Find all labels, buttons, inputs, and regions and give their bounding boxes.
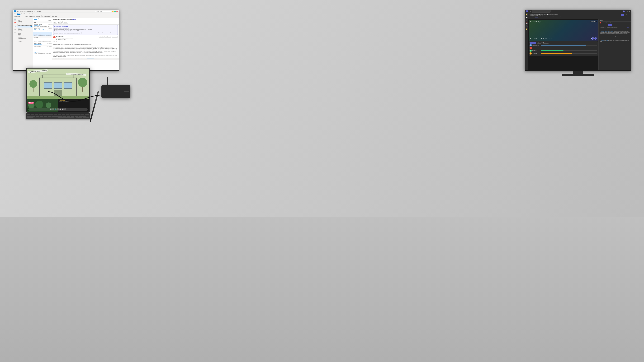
email-time: Wed 4:01 PM [47,38,52,39]
nav-people-icon[interactable]: 👤 [14,25,16,27]
tab-at-notes[interactable]: @ Notes [603,24,608,26]
tablet-lower-label: Communal [58,99,88,101]
delete-button[interactable]: 🗑 [21,16,23,17]
share-to-teams-button[interactable]: ⊞ Share to Teams [42,16,50,17]
email-item[interactable]: Joseph Pathrose Wed 4:01 PM RE: Question… [33,38,52,42]
folder-junk[interactable]: Junk Email [17,31,32,33]
tab-transcript[interactable]: Transcript [617,24,622,26]
svg-rect-7 [64,82,72,88]
ribbon-tab-view[interactable]: View [28,13,32,14]
unread-read-button[interactable]: Unread Read [51,15,58,17]
new-email-button[interactable]: ✉ New Email [14,16,20,17]
ribbon-tab-file[interactable]: File [14,13,16,14]
tab-notes[interactable]: Notes [599,24,602,26]
svg-rect-37 [32,116,36,117]
email-item-selected[interactable]: Sasmita Lenka 10:33 AM RE: Original Repo… [33,32,52,36]
close-teams-button[interactable]: ✕ [629,11,630,12]
topics-tab[interactable]: # Topics [537,42,542,44]
nav-teams-icon[interactable]: ⊞ [14,31,16,34]
join-button[interactable]: Join [621,14,624,16]
email-header: Sustainable Upgrade: Rooftop Copilot Gen… [52,18,119,25]
taskbar-icon-calendar[interactable]: 📅 [60,108,61,110]
tab-recordings[interactable]: Recordings & Transcriptions [548,16,559,18]
sidebar-calls-icon[interactable]: 📞 [526,25,528,27]
ribbon-tab-help[interactable]: Help [32,13,35,14]
folder-sent-fav[interactable]: Sent Items [17,21,32,22]
nav-tasks-icon[interactable]: ☑ [14,28,16,31]
reply-all-button[interactable]: ↩↩ Reply All [29,16,35,17]
tab-mentions[interactable]: Mentions [612,24,617,26]
taskbar-icon-teams[interactable]: T [64,108,66,110]
email-item[interactable]: Arthur Levesque Wed 3:03 PM Budget updat… [33,46,52,50]
msg-forward-btn[interactable]: ↪ Forward [112,36,118,38]
folder-drafts[interactable]: Drafts [17,27,32,29]
minimize-button[interactable] [112,11,114,12]
tab-recap[interactable]: Recap [535,16,538,18]
folder-inbox-fav[interactable]: Inbox [17,20,32,21]
email-item[interactable]: Joseph Pathrose Wed 3:01 PM RE: Last yea… [33,42,52,46]
reply-all-action-button[interactable]: Reply All [58,22,63,23]
teams-search-bar[interactable]: Sustainable Upgrade: Rooftop Internal Re… [532,10,551,13]
tab-qa[interactable]: Q&A [560,16,562,18]
folder-deleted-fav[interactable]: Deleted Items [17,22,32,23]
minimize-teams-button[interactable]: — [626,11,627,12]
folder-inbox[interactable]: Inbox2 [17,26,32,27]
back-button[interactable]: ‹ [528,11,530,12]
reply-action-button[interactable]: Reply [53,22,57,23]
tab-ai-notes[interactable]: AI Notes [608,24,612,26]
sidebar-chat-icon[interactable]: 💬 [526,16,528,18]
maximize-teams-button[interactable]: □ [628,11,628,12]
nav-mail-icon[interactable]: ✉ [14,18,16,21]
tab-chat[interactable]: Chat [530,16,532,18]
close-button[interactable] [116,11,118,12]
reply-button[interactable]: ↩ Reply [24,16,28,17]
forward-button[interactable]: ↪ Forward [36,16,41,17]
email-item[interactable]: Christian Carter 10:45 AM RE: Incoming Q… [33,28,52,32]
taskbar-icon-browser[interactable]: 🌐 [54,108,56,110]
folder-groups[interactable]: ▾ Groups [17,41,32,42]
email-item[interactable]: Bernadette Leblanc 11:05 AM RE: Original… [33,23,52,28]
taskbar-icon-dot[interactable]: ● [52,108,54,110]
folder-sent[interactable]: Sent Items [17,29,32,30]
sidebar-activity-icon[interactable]: 🔔 [526,13,528,15]
taskbar-icon-chat[interactable]: 💬 [62,108,64,110]
speaker-name-mm: Max Morin [532,50,540,51]
folder-scheduled[interactable]: Scheduled [17,36,32,38]
folder-outbox[interactable]: Outbox [17,34,32,35]
forward-action-button[interactable]: Forward [63,22,68,23]
folder-search[interactable]: ▾ Search Folder [17,39,32,40]
folder-rss[interactable]: RSS Subscriptions [17,35,32,36]
sort-label[interactable]: By Date ↓ [34,20,52,21]
tab-files[interactable]: Files [532,16,534,18]
sidebar-files-icon[interactable]: 📁 [526,28,528,30]
msg-reply-all-btn[interactable]: ↩↩ Reply All [104,36,111,38]
msg-reply-btn[interactable]: ↩ Reply [99,36,104,38]
video-player[interactable]: Sustainable Upgr... ▶ Microsoft Teams Su… [529,20,598,41]
sidebar-calendar-icon[interactable]: 📅 [526,22,528,24]
tablet-screen[interactable]: High quality aluminum railing Communal f… [27,68,89,112]
nav-calendar-icon[interactable]: 📅 [14,22,16,24]
account-label[interactable]: ▾ camile.tremblay@contoso.com [17,24,32,26]
tab-whiteboard[interactable]: Meeting Whiteboard [539,16,546,18]
folder-archived[interactable]: Archived [17,33,32,34]
forward-button[interactable]: › [530,11,531,12]
ribbon-tab-send-receive[interactable]: Send / Receive [21,13,28,14]
chapters-tab[interactable]: 📖 Chapters [542,42,549,44]
focused-tab[interactable]: Focused [34,18,37,20]
other-tab[interactable]: Other [38,18,40,20]
copy-all-button[interactable]: Copy all [626,27,630,28]
folder-conversation[interactable]: Conversation History [17,38,32,39]
outlook-search-bar[interactable]: Search (Alt + Q) [95,11,111,12]
email-item[interactable]: Sasmita Lenka Wed 1:40 PM Budget referen… [33,50,52,54]
folder-deleted[interactable]: Deleted Items [17,30,32,31]
close-meeting-button[interactable]: Close [625,14,629,16]
favorites-label[interactable]: ▾ Favorites [17,18,32,20]
ribbon-tab-home[interactable]: Home [17,13,20,15]
maximize-button[interactable] [114,11,116,12]
speakers-tab[interactable]: 🎤 Speakers [530,42,536,44]
taskbar-icon-windows[interactable]: ⊞ [50,108,52,110]
sidebar-teams-icon[interactable]: ⊞ [526,19,528,21]
tablet-play-button[interactable]: ▶ Play [28,102,34,104]
user-avatar[interactable]: CT [623,10,625,12]
taskbar-icon-mail[interactable]: ✉ [57,108,59,110]
